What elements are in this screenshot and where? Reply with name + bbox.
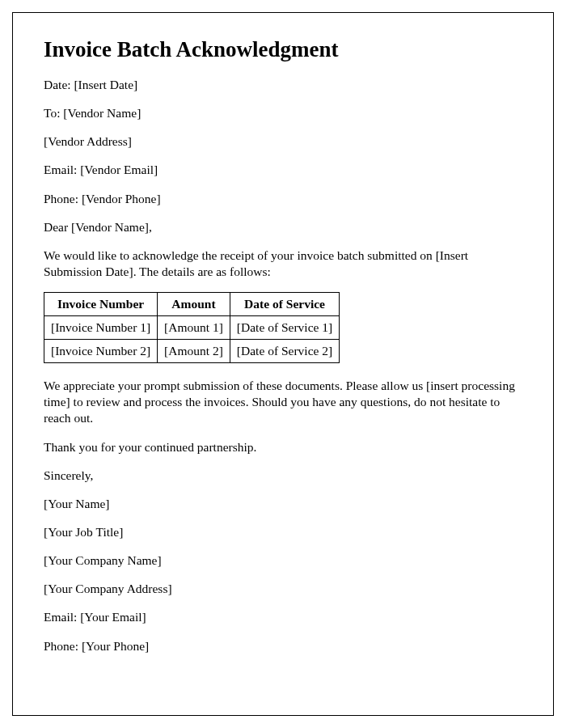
vendor-phone-line: Phone: [Vendor Phone] (44, 191, 522, 207)
signature-phone: Phone: [Your Phone] (44, 638, 522, 654)
signature-company-name: [Your Company Name] (44, 552, 522, 569)
body-paragraph-1: We appreciate your prompt submission of … (44, 378, 522, 426)
body-paragraph-2: Thank you for your continued partnership… (44, 439, 522, 455)
cell-amount: [Amount 2] (158, 340, 230, 363)
closing-line: Sincerely, (44, 468, 522, 484)
cell-amount: [Amount 1] (158, 316, 230, 340)
date-line: Date: [Insert Date] (44, 77, 522, 93)
table-row: [Invoice Number 1] [Amount 1] [Date of S… (44, 316, 340, 340)
salutation-line: Dear [Vendor Name], (44, 219, 522, 235)
cell-date-of-service: [Date of Service 1] (230, 316, 339, 340)
vendor-email-line: Email: [Vendor Email] (44, 162, 522, 178)
cell-invoice-number: [Invoice Number 1] (44, 316, 158, 340)
document-title: Invoice Batch Acknowledgment (44, 37, 522, 62)
signature-email: Email: [Your Email] (44, 609, 522, 625)
invoice-table: Invoice Number Amount Date of Service [I… (44, 292, 340, 363)
signature-job-title: [Your Job Title] (44, 524, 522, 540)
header-date-of-service: Date of Service (230, 293, 339, 316)
signature-name: [Your Name] (44, 496, 522, 512)
table-row: [Invoice Number 2] [Amount 2] [Date of S… (44, 340, 340, 363)
table-header-row: Invoice Number Amount Date of Service (44, 293, 340, 316)
header-amount: Amount (158, 293, 230, 316)
signature-company-address: [Your Company Address] (44, 581, 522, 597)
document-frame: Invoice Batch Acknowledgment Date: [Inse… (12, 12, 554, 716)
vendor-address-line: [Vendor Address] (44, 133, 522, 150)
to-line: To: [Vendor Name] (44, 105, 522, 121)
cell-date-of-service: [Date of Service 2] (230, 340, 339, 363)
intro-paragraph: We would like to acknowledge the receipt… (44, 248, 522, 280)
cell-invoice-number: [Invoice Number 2] (44, 340, 158, 363)
header-invoice-number: Invoice Number (44, 293, 158, 316)
